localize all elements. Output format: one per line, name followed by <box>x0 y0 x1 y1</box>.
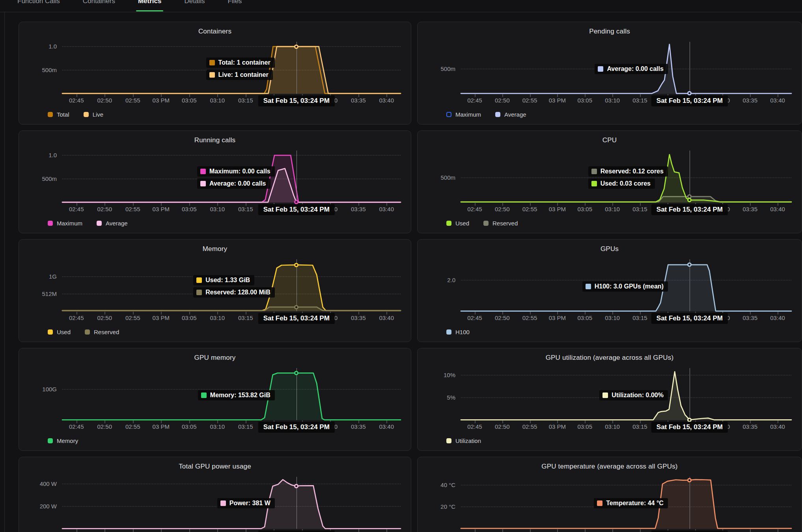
legend-label: Reserved <box>94 329 119 335</box>
legend-item-h100[interactable]: H100 <box>446 329 470 335</box>
tab-label: Files <box>228 0 242 5</box>
tooltip: Used: 1.33 GiBReserved: 128.00 MiB <box>193 275 275 298</box>
legend-swatch <box>446 438 451 443</box>
x-axis-label: 03:35 <box>351 205 366 213</box>
legend-item-reserved[interactable]: Reserved <box>85 329 119 335</box>
legend-item-used[interactable]: Used <box>446 220 469 227</box>
chart-plot-area[interactable]: 100G02:4502:5002:5503 PM03:0503:1003:150… <box>19 348 411 450</box>
x-axis-label: 02:45 <box>467 97 482 104</box>
legend-swatch <box>48 112 53 117</box>
chart-plot-area[interactable]: 500m02:4502:5002:5503 PM03:0503:1003:150… <box>418 131 802 233</box>
chart-plot-area[interactable]: 1.0500m02:4502:5002:5503 PM03:0503:1003:… <box>19 22 411 124</box>
legend-label: H100 <box>455 329 470 335</box>
chart-plot-area[interactable]: 1G512M02:4502:5002:5503 PM03:0503:1003:1… <box>19 240 411 342</box>
crosshair-line <box>297 259 297 311</box>
legend-item-utilization[interactable]: Utilization <box>446 437 481 444</box>
tab-label: Function Calls <box>17 0 60 5</box>
legend-item-memory[interactable]: Memory <box>48 437 78 444</box>
tooltip-text: Temperature: 44 °C <box>606 500 664 507</box>
tab-metrics[interactable]: Metrics <box>138 0 162 12</box>
tooltip: Utilization: 0.00% <box>599 390 668 400</box>
chart-lines <box>19 475 411 530</box>
x-axis-label: 03 PM <box>153 423 170 431</box>
tooltip-swatch <box>201 392 207 398</box>
legend-label: Maximum <box>455 111 481 118</box>
chart-panel-containers: Containers1.0500m02:4502:5002:5503 PM03:… <box>19 22 411 125</box>
date-tooltip: Sat Feb 15, 03:24 PM <box>258 530 335 532</box>
x-axis-label: 03:10 <box>210 314 225 322</box>
legend-label: Maximum <box>57 220 82 227</box>
tooltip-text: Total: 1 container <box>218 59 270 66</box>
data-point-marker <box>294 305 298 309</box>
y-axis-label: 500m <box>418 174 455 182</box>
legend-item-maximum[interactable]: Maximum <box>48 220 82 227</box>
tooltip: Temperature: 44 °C <box>594 498 668 508</box>
chart-title: GPUs <box>418 245 802 253</box>
tooltip: Memory: 153.82 GiB <box>198 390 275 400</box>
legend-label: Live <box>93 111 104 118</box>
tooltip-swatch <box>598 66 603 72</box>
data-point-marker <box>294 45 298 49</box>
metrics-page: Function Calls Containers Metrics Detail… <box>0 0 802 532</box>
chart-plot-area[interactable]: 500m02:4502:5002:5503 PM03:0503:1003:150… <box>418 22 802 124</box>
legend-swatch <box>84 112 89 117</box>
x-axis-label: 02:45 <box>467 314 482 322</box>
tab-details[interactable]: Details <box>184 0 205 12</box>
chart-legend: UsedReserved <box>446 220 518 227</box>
tooltip-swatch <box>597 500 602 506</box>
x-axis-label: 03:05 <box>577 423 592 431</box>
tooltip-text: H100: 3.0 GPUs (mean) <box>595 283 664 290</box>
legend-swatch <box>85 329 90 335</box>
legend-swatch <box>48 329 53 335</box>
tooltip-text: Live: 1 container <box>218 71 269 78</box>
tab-containers[interactable]: Containers <box>83 0 115 12</box>
tab-files[interactable]: Files <box>228 0 242 12</box>
x-axis-label: 02:50 <box>495 97 510 104</box>
legend-item-reserved[interactable]: Reserved <box>483 220 518 227</box>
chart-panel-gpu-utilization-average-across-all-gpus: GPU utilization (average across all GPUs… <box>417 348 802 451</box>
x-axis-label: 03:15 <box>238 423 253 431</box>
tooltip-swatch <box>200 181 206 186</box>
x-axis-label: 03 PM <box>549 314 566 322</box>
tooltip-row: Live: 1 container <box>206 70 273 80</box>
legend-label: Average <box>504 111 526 118</box>
tooltip-text: Maximum: 0.00 calls <box>209 168 270 175</box>
legend-item-used[interactable]: Used <box>48 329 71 335</box>
chart-panel-pending-calls: Pending calls500m02:4502:5002:5503 PM03:… <box>417 22 802 125</box>
legend-item-average[interactable]: Average <box>97 220 128 227</box>
x-axis-label: 02:45 <box>467 205 482 213</box>
chart-title: Pending calls <box>418 28 802 35</box>
legend-label: Total <box>57 111 69 118</box>
x-axis-label: 03:40 <box>379 97 394 104</box>
x-axis-label: 03:05 <box>577 314 592 322</box>
chart-title: Memory <box>19 245 411 253</box>
legend-item-maximum[interactable]: Maximum <box>446 111 481 118</box>
x-axis-label: 02:55 <box>125 97 140 104</box>
y-axis-label: 100G <box>19 385 57 393</box>
x-axis-label: 03 PM <box>549 97 566 104</box>
x-axis-label: 02:45 <box>69 97 84 104</box>
x-axis-label: 02:45 <box>69 205 84 213</box>
y-axis-label: 500m <box>19 66 57 74</box>
chart-plot-area[interactable]: 10%5%02:4502:5002:5503 PM03:0503:1003:15… <box>418 348 802 450</box>
chart-plot-area[interactable]: 2.002:4502:5002:5503 PM03:0503:1003:1503… <box>418 240 802 342</box>
tooltip-swatch <box>220 500 226 506</box>
x-axis-label: 03:40 <box>379 314 394 322</box>
charts-grid: Containers1.0500m02:4502:5002:5503 PM03:… <box>19 22 802 532</box>
x-axis-label: 03:05 <box>182 314 197 322</box>
chart-plot-area[interactable]: 1.0500m02:4502:5002:5503 PM03:0503:1003:… <box>19 131 411 233</box>
chart-legend: Utilization <box>446 437 481 444</box>
legend-item-average[interactable]: Average <box>495 111 526 118</box>
legend-item-live[interactable]: Live <box>84 111 104 118</box>
x-axis-label: 03:05 <box>577 97 592 104</box>
legend-item-total[interactable]: Total <box>48 111 69 118</box>
tab-function-calls[interactable]: Function Calls <box>17 0 60 12</box>
x-axis-label: 02:55 <box>125 423 140 431</box>
y-axis-label: 500m <box>418 65 455 73</box>
tooltip-swatch <box>591 169 597 174</box>
x-axis-label: 03:35 <box>742 97 757 104</box>
tooltip-row: Memory: 153.82 GiB <box>198 390 275 400</box>
y-axis-label: 1G <box>19 273 57 281</box>
tooltip-text: Average: 0.00 calls <box>607 65 664 73</box>
legend-label: Utilization <box>455 437 481 444</box>
